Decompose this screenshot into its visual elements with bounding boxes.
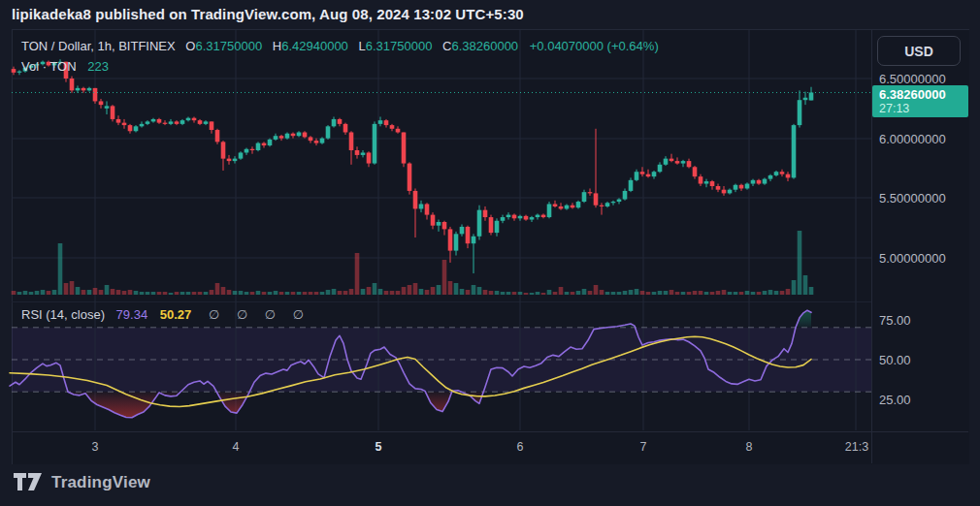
time-axis-label: 6 [517, 440, 524, 454]
axis-price-label: 25.00 [879, 393, 911, 407]
high-label: H [273, 39, 281, 53]
close-value: 6.38260000 [451, 39, 518, 53]
open-label: O [185, 39, 195, 53]
axis-price-label: 50.00 [879, 353, 911, 367]
footer: TradingView [14, 473, 150, 492]
time-axis-label: 7 [640, 440, 647, 454]
volume-legend[interactable]: Vol · TON 223 [21, 59, 109, 74]
open-value: 6.31750000 [195, 39, 262, 53]
tradingview-wordmark[interactable]: TradingView [51, 473, 150, 492]
axis-price-label: 75.00 [879, 313, 911, 328]
rsi-label: RSI (14, close) [21, 307, 105, 322]
last-price-value: 6.38260000 [879, 87, 946, 102]
tradingview-logo-icon[interactable] [14, 473, 43, 492]
chart-canvas[interactable] [0, 0, 980, 506]
volume-label: Vol · TON [21, 59, 77, 74]
close-label: C [442, 39, 451, 53]
change-value: +0.04070000 (+0.64%) [530, 39, 659, 53]
rsi-flag-icon: ∅ [209, 307, 219, 322]
time-axis-label: 21:3 [845, 440, 868, 454]
symbol-title: TON / Dollar, 1h, BITFINEX [21, 39, 176, 53]
rsi-flag-icon: ∅ [293, 307, 304, 322]
high-value: 6.42940000 [281, 39, 348, 53]
axis-price-label: 6.50000000 [879, 72, 946, 86]
rsi-flag-icon: ∅ [237, 307, 247, 322]
low-label: L [358, 39, 365, 53]
currency-toggle-button[interactable]: USD [877, 36, 961, 66]
time-axis-label: 8 [746, 440, 753, 454]
time-axis-label: 5 [376, 440, 382, 454]
bar-countdown: 27:13 [879, 102, 909, 115]
time-axis-label: 3 [92, 440, 99, 454]
volume-value: 223 [87, 59, 109, 74]
last-price-badge: 6.38260000 27:13 [872, 85, 968, 117]
low-value: 6.31750000 [366, 39, 433, 53]
rsi-ma-value: 50.27 [160, 307, 192, 322]
rsi-flag-icon: ∅ [265, 307, 276, 322]
rsi-legend[interactable]: RSI (14, close) 79.34 50.27 ∅ ∅ ∅ ∅ [21, 307, 304, 322]
axis-price-label: 6.00000000 [879, 132, 946, 146]
time-axis-label: 4 [233, 440, 240, 454]
tradingview-snapshot: lipikadeka8 published on TradingView.com… [0, 0, 980, 506]
symbol-legend[interactable]: TON / Dollar, 1h, BITFINEX O6.31750000 H… [21, 39, 659, 53]
axis-price-label: 5.50000000 [879, 191, 946, 206]
time-axis[interactable]: 34567821:3 [12, 432, 871, 463]
price-axis[interactable]: USD 6.500000006.000000005.500000005.0000… [872, 29, 968, 431]
rsi-value: 79.34 [116, 307, 148, 322]
axis-price-label: 5.00000000 [879, 251, 946, 266]
